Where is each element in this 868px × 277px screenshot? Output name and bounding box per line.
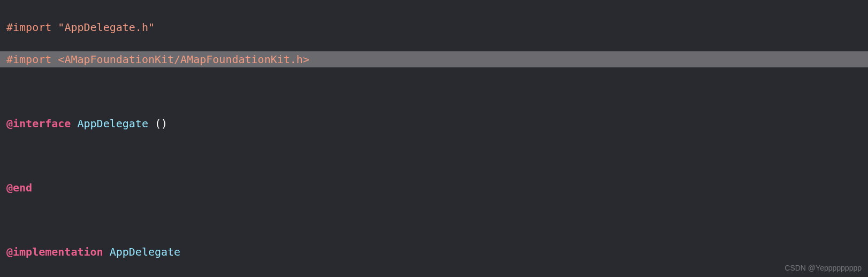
code-line[interactable]: #import "AppDelegate.h" xyxy=(0,19,868,35)
watermark: CSDN @Yeppppppppp xyxy=(785,263,862,274)
parentheses: () xyxy=(155,117,167,130)
code-line[interactable]: @implementation AppDelegate xyxy=(0,244,868,260)
code-editor[interactable]: #import "AppDelegate.h" #import <AMapFou… xyxy=(0,3,868,277)
import-path: "AppDelegate.h" xyxy=(58,21,155,34)
objc-keyword: @implementation xyxy=(6,245,103,258)
import-path: <AMapFoundationKit/AMapFoundationKit.h> xyxy=(58,53,309,66)
objc-keyword: @interface xyxy=(6,117,71,130)
class-name: AppDelegate xyxy=(77,117,148,130)
preprocessor-directive: #import xyxy=(6,21,51,34)
code-line-empty[interactable] xyxy=(0,83,868,99)
code-line[interactable]: @interface AppDelegate () xyxy=(0,116,868,132)
objc-keyword: @end xyxy=(6,181,32,194)
class-name: AppDelegate xyxy=(110,245,180,258)
code-line-empty[interactable] xyxy=(0,148,868,164)
code-line-highlighted[interactable]: #import <AMapFoundationKit/AMapFoundatio… xyxy=(0,51,868,67)
code-line[interactable]: @end xyxy=(0,180,868,196)
code-line-empty[interactable] xyxy=(0,212,868,228)
preprocessor-directive: #import xyxy=(6,53,51,66)
